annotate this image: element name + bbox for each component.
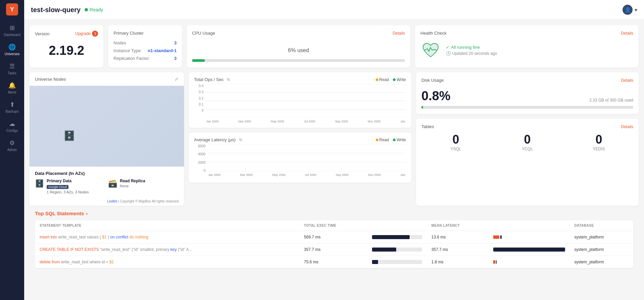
sidebar: Y ⊞ Dashboard 🌐 Universes ☰ Tasks 🔔 Aler…: [0, 0, 24, 300]
disk-card: Disk Usage Details 0.8% 2.33 GB of 300 G…: [416, 72, 639, 114]
ysql-value: 0: [421, 133, 490, 147]
sql-section: Top SQL Statements › STATEMENT TEMPLATE …: [30, 211, 639, 275]
latency-write-legend: Write: [393, 138, 406, 142]
universes-icon: 🌐: [8, 43, 16, 51]
total-bar-2: [367, 243, 426, 256]
sidebar-item-configs[interactable]: ☁ Configs: [0, 117, 24, 136]
disk-detail: 2.33 GB of 300 GB used: [589, 98, 633, 103]
cpu-details-link[interactable]: Details: [393, 31, 405, 36]
latency-chart-header: Average Latency (μs) ↻ Read Write: [194, 137, 406, 142]
sql-title-text: Top SQL Statements: [35, 211, 84, 216]
charts-center: Total Ops / Sec ↻ Read Write 0.40.30.20.…: [189, 72, 411, 206]
ops-chart-area: Jan 2000Mar 2000May 2000Jul 2000Sep 2000…: [205, 84, 406, 123]
latency-chart-card: Average Latency (μs) ↻ Read Write 600040…: [189, 133, 411, 183]
write-legend: Write: [393, 77, 406, 82]
database-1: system_platform: [570, 231, 634, 243]
sidebar-item-admin[interactable]: ⚙ Admin: [0, 136, 24, 155]
database-2: system_platform: [570, 243, 634, 256]
backups-icon: ⬆: [10, 101, 15, 108]
cpu-card: CPU Usage Details 6% used: [187, 25, 410, 68]
sidebar-item-label: Dashboard: [4, 33, 20, 37]
sidebar-item-universes[interactable]: 🌐 Universes: [0, 40, 24, 59]
page-header: test-slow-query Ready 👤 ▾: [24, 0, 644, 20]
ysql-label: YSQL: [421, 147, 490, 151]
disk-progress-fill: [421, 106, 423, 109]
map-area: 🗄️: [30, 86, 184, 166]
latency-refresh-icon[interactable]: ↻: [239, 138, 242, 142]
alerts-icon: 🔔: [8, 82, 16, 89]
primary-detail: 1 Region, 3 AZs, 3 Nodes: [47, 190, 89, 194]
sidebar-item-dashboard[interactable]: ⊞ Dashboard: [0, 21, 24, 40]
ops-legend: Read Write: [376, 77, 406, 82]
col-database: DATABASE: [570, 220, 634, 231]
table-row: CREATE TABLE IF NOT EXISTS "write_read_t…: [35, 243, 633, 256]
map-background: [30, 86, 184, 166]
sidebar-item-label: Backups: [6, 110, 18, 113]
tables-details-link[interactable]: Details: [621, 124, 633, 129]
col-mean-latency: MEAN LATENCY: [427, 220, 489, 231]
sql-table-body: insert into write_read_test values ( $1 …: [35, 231, 633, 268]
ops-chart-header: Total Ops / Sec ↻ Read Write: [194, 77, 406, 82]
refresh-icon[interactable]: ↻: [227, 77, 230, 82]
ycql-value: 0: [493, 133, 562, 147]
version-number: 2.19.2: [35, 40, 98, 61]
version-card: Version Upgrade 3 2.19.2: [30, 25, 103, 68]
health-details-link[interactable]: Details: [621, 31, 633, 36]
nodes-value: 3: [174, 40, 177, 45]
logo[interactable]: Y: [6, 3, 18, 15]
upgrade-count: 3: [92, 31, 98, 37]
user-menu[interactable]: 👤 ▾: [623, 5, 637, 15]
content-grid: Universe Nodes ⤢ 🗄️ Data Placement (In A…: [30, 72, 639, 206]
table-row: insert into write_read_test values ( $1 …: [35, 231, 633, 243]
replica-value: None: [120, 184, 145, 188]
database-3: system_platform: [570, 256, 634, 268]
expand-icon[interactable]: ⤢: [175, 76, 179, 82]
disk-details-link[interactable]: Details: [621, 78, 633, 83]
main-content: test-slow-query Ready 👤 ▾ Version Upgrad…: [24, 0, 644, 300]
instance-label: Instance Type:: [113, 48, 142, 53]
sidebar-item-alerts[interactable]: 🔔 Alerts: [0, 78, 24, 98]
cpu-progress-bar: [192, 59, 405, 62]
primary-data-icon: 🗄️: [35, 179, 44, 188]
replication-label: Replication Factor:: [113, 56, 150, 61]
mean-bar-1: [489, 231, 570, 243]
sql-arrow-icon: ›: [86, 211, 88, 216]
instance-value: n1-standard-1: [148, 48, 177, 53]
sidebar-item-label: Universes: [5, 52, 19, 56]
tables-grid: 0 YSQL 0 YCQL 0 YEDIS: [421, 133, 633, 151]
col-total-bar: [367, 220, 426, 231]
disk-percent: 0.8%: [421, 89, 451, 103]
disk-progress-bar: [421, 106, 633, 109]
nodes-card: Universe Nodes ⤢ 🗄️ Data Placement (In A…: [30, 72, 184, 206]
sidebar-item-backups[interactable]: ⬆ Backups: [0, 98, 24, 117]
nodes-card-header: Universe Nodes ⤢: [30, 72, 184, 86]
health-content: ✓ All running fine 🕐 Updated 20 seconds …: [420, 39, 633, 61]
sql-query-3: delete from write_read_test where id = $…: [35, 256, 299, 268]
health-heart-icon: [420, 42, 441, 59]
sidebar-item-label: Alerts: [8, 90, 16, 94]
top-row: Version Upgrade 3 2.19.2 Primary Cluster…: [30, 25, 639, 68]
page-title: test-slow-query: [31, 6, 81, 14]
sidebar-item-label: Admin: [7, 148, 17, 152]
sidebar-item-tasks[interactable]: ☰ Tasks: [0, 59, 24, 78]
user-avatar: 👤: [623, 5, 633, 15]
mean-latency-2: 357.7 ms: [427, 243, 489, 256]
replica-label: Read Replica: [120, 179, 145, 183]
right-col: Disk Usage Details 0.8% 2.33 GB of 300 G…: [416, 72, 639, 206]
ops-chart-svg: [205, 84, 406, 118]
ops-x-labels: Jan 2000Mar 2000May 2000Jul 2000Sep 2000…: [205, 120, 406, 123]
latency-read-dot: [376, 139, 378, 141]
read-dot: [376, 78, 378, 81]
read-legend: Read: [376, 77, 389, 82]
sql-title[interactable]: Top SQL Statements ›: [35, 211, 633, 216]
dashboard-content: Version Upgrade 3 2.19.2 Primary Cluster…: [24, 20, 644, 280]
yedis-label: YEDIS: [564, 147, 633, 151]
primary-data-label: Primary Data: [47, 179, 89, 183]
col-total-time: TOTAL EXEC TIME: [299, 220, 367, 231]
total-time-3: 75.6 ms: [299, 256, 367, 268]
mean-latency-1: 13.6 ms: [427, 231, 489, 243]
col-mean-bar: [489, 220, 570, 231]
leaflet-link[interactable]: Leaflet: [107, 199, 117, 203]
upgrade-badge[interactable]: Upgrade 3: [75, 31, 98, 37]
admin-icon: ⚙: [9, 139, 15, 147]
